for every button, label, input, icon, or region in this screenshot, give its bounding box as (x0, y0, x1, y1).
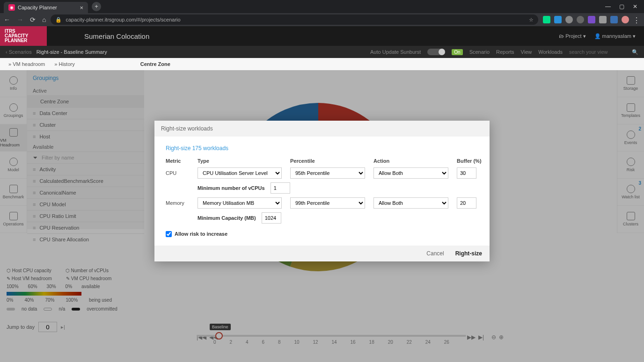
cpu-min-label: Minimum number of vCPUs (198, 185, 265, 191)
ext-icon[interactable] (599, 16, 607, 23)
minimize-icon[interactable]: — (605, 3, 611, 10)
breadcrumb: Right-size - Baseline Summary (37, 49, 107, 55)
user-menu[interactable]: 👤 mannyaslam ▾ (594, 33, 636, 39)
sub-breadcrumb: » VM headroom » History Centre Zone (0, 58, 644, 70)
right-size-modal: Right-size workloads Right-size 175 work… (154, 121, 490, 261)
ext-icon[interactable] (565, 16, 573, 23)
toggle-state: On (452, 49, 462, 55)
search-view-input[interactable]: search your view (569, 49, 625, 55)
col-percentile: Percentile (290, 158, 365, 164)
subcrumb-item[interactable]: » History (54, 61, 74, 67)
browser-tab[interactable]: ◉ Capacity Planner × (4, 2, 88, 13)
ext-icon[interactable] (554, 16, 562, 23)
favicon-icon: ◉ (8, 4, 15, 11)
memory-type-select[interactable]: Memory Utilisation MB (198, 197, 282, 209)
nav-scenario[interactable]: Scenario (469, 49, 490, 55)
back-to-scenarios[interactable]: ‹ Scenarios (6, 49, 32, 55)
ext-icon[interactable] (543, 16, 550, 23)
ext-icon[interactable] (610, 16, 618, 23)
memory-min-label: Minimum Capacity (MB) (198, 215, 256, 221)
project-menu[interactable]: 🗁 Project ▾ (559, 33, 585, 39)
app-logo[interactable]: ITRS CAPACITY PLANNER (0, 26, 47, 46)
app-header: ITRS CAPACITY PLANNER Sumerian Colocatio… (0, 26, 644, 46)
memory-action-select[interactable]: Allow Both (373, 197, 448, 209)
tab-title: Capacity Planner (18, 5, 57, 10)
col-action: Action (373, 158, 448, 164)
cpu-min-input[interactable] (271, 182, 290, 194)
page-title: Sumerian Colocation (84, 32, 149, 40)
maximize-icon[interactable]: ▢ (619, 3, 624, 10)
reload-icon[interactable]: ⟳ (30, 16, 36, 23)
auto-update-toggle[interactable] (427, 49, 445, 55)
nav-workloads[interactable]: Workloads (538, 49, 563, 55)
url-input[interactable]: 🔒 capacity-planner.itrsgroup.com/#/proje… (51, 14, 538, 25)
subcrumb-item[interactable]: » VM headroom (8, 61, 45, 67)
modal-title: Right-size workloads (154, 121, 490, 137)
right-size-button[interactable]: Right-size (455, 250, 482, 257)
row-memory-label: Memory (166, 200, 189, 206)
url-text: capacity-planner.itrsgroup.com/#/project… (66, 17, 180, 22)
scenario-toolbar: ‹ Scenarios Right-size - Baseline Summar… (0, 46, 644, 58)
cpu-percentile-select[interactable]: 95th Percentile (290, 167, 365, 179)
col-buffer: Buffer (%) (457, 158, 485, 164)
modal-subtitle: Right-size 175 workloads (166, 145, 478, 152)
close-window-icon[interactable]: ✕ (633, 3, 637, 10)
allow-risk-checkbox[interactable] (166, 231, 172, 237)
auto-update-label: Auto Update Sunburst (370, 49, 421, 55)
avatar-icon[interactable] (622, 16, 629, 23)
extension-icons: ⋮ (543, 16, 640, 23)
cpu-action-select[interactable]: Allow Both (373, 167, 448, 179)
memory-buffer-input[interactable] (457, 197, 476, 209)
cpu-type-select[interactable]: CPU Utilisation Server Level (198, 167, 282, 179)
row-cpu-label: CPU (166, 170, 189, 176)
memory-min-input[interactable] (262, 212, 281, 224)
menu-icon[interactable]: ⋮ (633, 16, 640, 23)
memory-percentile-select[interactable]: 99th Percentile (290, 197, 365, 209)
nav-reports[interactable]: Reports (496, 49, 514, 55)
ext-icon[interactable] (577, 16, 584, 23)
close-icon[interactable]: × (80, 4, 83, 11)
window-controls: — ▢ ✕ (605, 3, 640, 10)
browser-toolbar: ← → ⟳ ⌂ 🔒 capacity-planner.itrsgroup.com… (0, 13, 644, 26)
col-metric: Metric (166, 158, 189, 164)
new-tab-button[interactable]: + (92, 2, 101, 11)
cancel-button[interactable]: Cancel (426, 250, 444, 257)
back-icon[interactable]: ← (4, 16, 10, 23)
bookmark-icon[interactable]: ☆ (529, 17, 534, 23)
nav-view[interactable]: View (521, 49, 532, 55)
search-icon[interactable]: 🔍 (632, 49, 638, 55)
lock-icon: 🔒 (55, 17, 62, 23)
browser-tab-bar: ◉ Capacity Planner × + — ▢ ✕ (0, 0, 644, 13)
home-icon[interactable]: ⌂ (42, 16, 46, 23)
cpu-buffer-input[interactable] (457, 167, 476, 179)
col-type: Type (198, 158, 282, 164)
allow-risk-label: Allow risk to increase (175, 231, 227, 237)
forward-icon[interactable]: → (17, 16, 23, 23)
subcrumb-active: Centre Zone (140, 61, 170, 67)
ext-icon[interactable] (588, 16, 595, 23)
